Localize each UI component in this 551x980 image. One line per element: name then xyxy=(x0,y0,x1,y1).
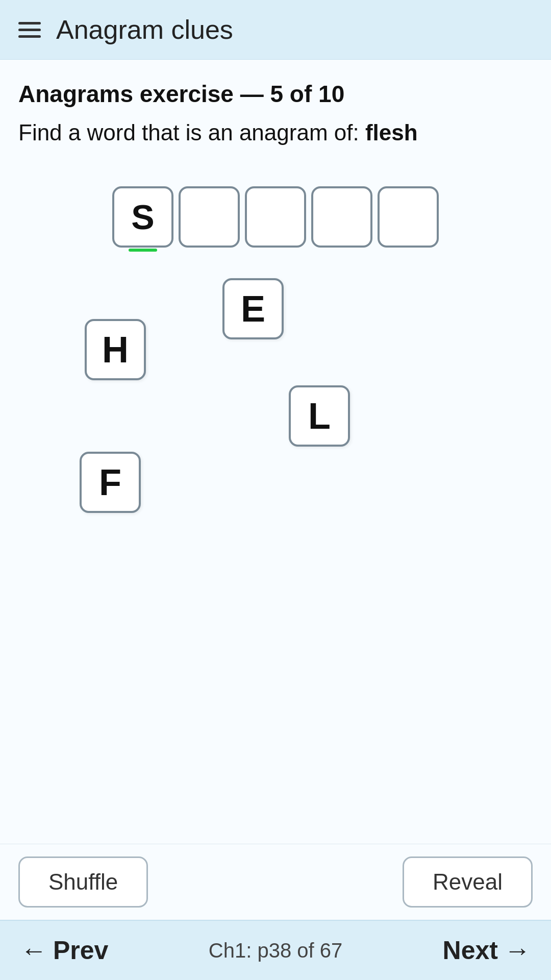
main-content: Anagrams exercise — 5 of 10 Find a word … xyxy=(0,60,551,844)
tile-letter-f: F xyxy=(99,461,121,503)
header-title: Anagram clues xyxy=(56,14,233,45)
prev-arrow-icon: ← xyxy=(20,935,47,966)
next-arrow-icon: → xyxy=(504,935,531,966)
tile-letter-l: L xyxy=(308,395,331,437)
tile-e[interactable]: E xyxy=(222,278,284,339)
exercise-title: Anagrams exercise — 5 of 10 xyxy=(18,80,533,108)
answer-slot-1[interactable]: S xyxy=(112,186,173,248)
prev-button[interactable]: ← Prev xyxy=(20,935,108,966)
exercise-instruction: Find a word that is an anagram of: flesh xyxy=(18,120,533,145)
letter-tiles-area: E H L F xyxy=(18,268,533,834)
instruction-prefix: Find a word that is an anagram of: xyxy=(18,120,365,145)
tile-h[interactable]: H xyxy=(85,319,146,380)
tile-letter-h: H xyxy=(102,329,129,371)
menu-icon[interactable] xyxy=(18,22,41,38)
prev-label: Prev xyxy=(53,936,108,965)
page-info: Ch1: p38 of 67 xyxy=(209,939,342,962)
navigation-bar: ← Prev Ch1: p38 of 67 Next → xyxy=(0,920,551,980)
slot-indicator-1 xyxy=(129,249,157,252)
action-buttons-bar: Shuffle Reveal xyxy=(0,844,551,920)
tile-letter-e: E xyxy=(241,288,265,330)
answer-slot-5[interactable] xyxy=(378,186,439,248)
next-label: Next xyxy=(443,936,498,965)
next-button[interactable]: Next → xyxy=(443,935,531,966)
answer-slot-4[interactable] xyxy=(311,186,372,248)
slot-letter-1: S xyxy=(131,197,154,237)
answer-slot-2[interactable] xyxy=(179,186,240,248)
reveal-button[interactable]: Reveal xyxy=(403,856,533,908)
tile-f[interactable]: F xyxy=(80,452,141,513)
answer-slot-3[interactable] xyxy=(245,186,306,248)
target-word: flesh xyxy=(365,120,418,145)
answer-slots-container: S xyxy=(18,186,533,248)
tile-l[interactable]: L xyxy=(289,385,350,447)
shuffle-button[interactable]: Shuffle xyxy=(18,856,148,908)
app-header: Anagram clues xyxy=(0,0,551,60)
